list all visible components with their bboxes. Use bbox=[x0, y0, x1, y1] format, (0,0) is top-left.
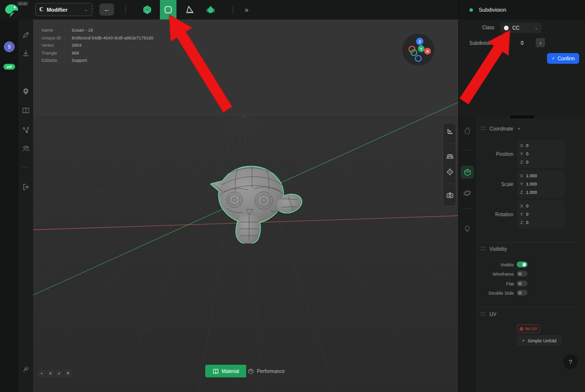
visibility-section-header[interactable]: Visibility bbox=[481, 246, 507, 252]
no-uv-icon bbox=[520, 327, 523, 331]
3d-viewport[interactable]: Name:Susan - 18 Unique ID:9c96cecd-54db-… bbox=[33, 19, 458, 392]
svg-text:Y: Y bbox=[420, 47, 423, 51]
position-label: Position bbox=[459, 151, 513, 157]
language-translate-icon[interactable] bbox=[22, 366, 30, 373]
flat-toggle[interactable] bbox=[517, 280, 527, 286]
scale-label: Scale bbox=[459, 182, 513, 187]
svg-text:X: X bbox=[427, 50, 429, 53]
subdivision-tool-button[interactable] bbox=[160, 0, 176, 19]
confirm-label: Confirm bbox=[558, 56, 575, 61]
rotation-values: X0 Y0 Z0 bbox=[517, 200, 565, 228]
scale-group: Scale X1.000 Y1.000 Z1.000 bbox=[459, 169, 568, 199]
tab-material-label: Material bbox=[222, 369, 239, 374]
toolbar-divider bbox=[22, 167, 30, 168]
rotation-y-field[interactable]: 0 bbox=[526, 212, 528, 217]
cone-icon bbox=[185, 5, 195, 15]
coordinate-section-header[interactable]: Coordinate ▼ bbox=[481, 126, 521, 131]
info-row: Name:Susan - 18 bbox=[41, 27, 154, 35]
top-toolbar: v0.42 ℂ Modifier ⌄ ← bbox=[0, 0, 585, 19]
drag-handle-icon[interactable] bbox=[481, 127, 486, 131]
modifier-dropdown[interactable]: ℂ Modifier ⌄ bbox=[35, 3, 93, 16]
location-pin-icon[interactable] bbox=[22, 88, 30, 95]
material-icon bbox=[213, 368, 219, 374]
scale-values: X1.000 Y1.000 Z1.000 bbox=[517, 170, 565, 198]
scale-x-field[interactable]: 1.000 bbox=[526, 173, 537, 178]
drag-handle-icon[interactable] bbox=[481, 247, 486, 251]
grid-floor-icon[interactable] bbox=[446, 152, 454, 160]
sphere-modifier-icon bbox=[206, 5, 215, 15]
uv-section-header[interactable]: UV bbox=[481, 312, 496, 317]
orientation-gizmo[interactable]: Z Y X bbox=[402, 33, 435, 66]
snap-arrow-button[interactable]: ↙ bbox=[56, 370, 63, 377]
no-uv-badge: No UV bbox=[517, 324, 540, 333]
wireframe-toggle[interactable] bbox=[517, 271, 527, 277]
double-side-toggle[interactable] bbox=[517, 290, 527, 296]
cone-tool-button[interactable] bbox=[181, 0, 199, 19]
no-uv-label: No UV bbox=[525, 326, 537, 331]
expand-tools-button[interactable]: » bbox=[241, 4, 253, 15]
material-paint-icon[interactable] bbox=[463, 127, 471, 135]
back-button[interactable]: ← bbox=[99, 3, 114, 16]
close-button[interactable]: ✕ bbox=[64, 370, 72, 377]
sphere-modifier-tool-button[interactable] bbox=[202, 0, 219, 19]
uv-title: UV bbox=[489, 312, 496, 317]
cc-shape-icon bbox=[504, 25, 509, 31]
info-row: Triangle:968 bbox=[41, 50, 154, 57]
community-people-icon[interactable] bbox=[22, 145, 30, 152]
tab-material[interactable]: Material bbox=[205, 365, 246, 377]
collapse-triangle-icon[interactable]: ▼ bbox=[517, 127, 521, 131]
library-book-icon[interactable] bbox=[22, 107, 30, 114]
drag-handle-icon[interactable] bbox=[481, 312, 486, 317]
suzanne-model[interactable] bbox=[207, 160, 303, 243]
confirm-button[interactable]: ✓ Confirm bbox=[547, 53, 579, 64]
user-avatar[interactable]: 9 bbox=[4, 41, 15, 52]
viewport-side-toolbar bbox=[443, 123, 456, 206]
viewport-quick-buttons: • ∧ ↙ ✕ bbox=[38, 370, 72, 377]
camera-icon[interactable] bbox=[446, 191, 454, 199]
toolbar-divider bbox=[447, 144, 453, 144]
icosphere-tool-button[interactable] bbox=[138, 0, 156, 19]
rotation-z-field[interactable]: 0 bbox=[526, 220, 528, 225]
account-rail: 9 VIP bbox=[0, 19, 19, 392]
pin-button[interactable]: • bbox=[38, 370, 45, 377]
download-icon[interactable] bbox=[22, 50, 30, 57]
info-row: Editable:Support bbox=[41, 57, 154, 65]
section-divider bbox=[481, 307, 581, 307]
panel-title: Subdivision bbox=[479, 7, 506, 13]
node-graph-icon[interactable] bbox=[22, 126, 30, 134]
modifier-dropdown-label: Modifier bbox=[47, 7, 81, 13]
visible-toggle[interactable] bbox=[517, 261, 527, 267]
rotation-x-field[interactable]: 0 bbox=[526, 204, 528, 208]
object-info-overlay: Name:Susan - 18 Unique ID:9c96cecd-54db-… bbox=[41, 27, 154, 65]
transform-tool-icon[interactable] bbox=[446, 128, 454, 135]
tab-performance[interactable]: Performance bbox=[246, 365, 286, 377]
increase-subdivision-button[interactable]: › bbox=[536, 38, 545, 47]
draw-tool-icon[interactable] bbox=[22, 31, 30, 39]
position-group: Position X0 Y0 Z0 bbox=[459, 139, 568, 168]
logout-icon[interactable] bbox=[22, 183, 30, 191]
toolbar-divider bbox=[125, 6, 126, 14]
help-button[interactable]: ? bbox=[563, 355, 578, 369]
class-dropdown[interactable]: CC ⌄ bbox=[500, 22, 542, 33]
simple-unfold-button[interactable]: + Simple Unfold bbox=[517, 335, 562, 346]
scale-y-field[interactable]: 1.000 bbox=[526, 182, 537, 187]
simple-unfold-label: Simple Unfold bbox=[527, 338, 556, 343]
class-value: CC bbox=[512, 25, 531, 31]
wireframe-row: Wireframe bbox=[459, 270, 568, 278]
chevron-down-icon: ⌄ bbox=[534, 25, 538, 30]
info-row: Vertex:2904 bbox=[41, 42, 154, 50]
check-icon: ✓ bbox=[551, 56, 555, 61]
scale-z-field[interactable]: 1.000 bbox=[526, 190, 537, 195]
position-x-field[interactable]: 0 bbox=[526, 143, 528, 148]
double-side-row: Double Side bbox=[459, 289, 568, 297]
position-z-field[interactable]: 0 bbox=[526, 160, 528, 165]
vip-badge[interactable]: VIP bbox=[3, 64, 15, 70]
focus-target-icon[interactable] bbox=[446, 168, 454, 176]
visibility-title: Visibility bbox=[489, 246, 507, 252]
position-y-field[interactable]: 0 bbox=[526, 151, 528, 156]
class-label: Class bbox=[459, 25, 494, 30]
section-divider bbox=[481, 242, 581, 243]
panel-scrollbar[interactable] bbox=[510, 115, 534, 118]
collapse-button[interactable]: ∧ bbox=[47, 370, 54, 377]
visible-row: Visible bbox=[459, 261, 568, 268]
